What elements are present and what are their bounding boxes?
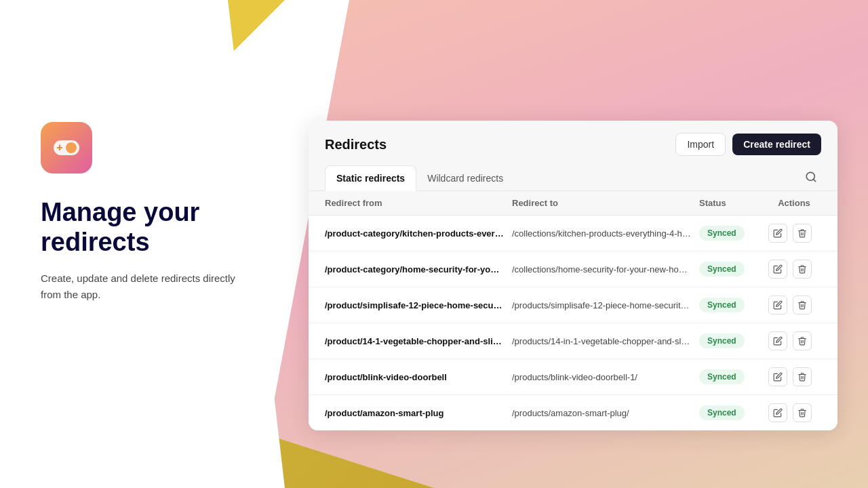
table-row: /product/amazon-smart-plug /products/ama… [309,395,837,430]
cell-from: /product-category/kitchen-products-every… [325,220,512,247]
delete-button[interactable] [793,296,812,314]
cell-from: /product/amazon-smart-plug [325,400,512,426]
import-button[interactable]: Import [675,133,726,156]
cell-actions [767,395,821,430]
tab-wildcard-redirects[interactable]: Wildcard redirects [416,166,514,190]
table-row: /product/simplisafe-12-piece-home-securi… [309,287,837,323]
left-panel: + Manage your redirects Create, update a… [0,0,285,488]
table-row: /product/blink-video-doorbell /products/… [309,359,837,395]
status-badge: Synced [699,405,745,420]
delete-button[interactable] [793,403,812,422]
status-badge: Synced [699,262,745,277]
cell-status: Synced [699,218,767,249]
cell-status: Synced [699,289,767,321]
app-icon: + [41,122,92,174]
cell-actions [767,287,821,323]
cell-to: /collections/home-security-for-your-new-… [512,256,699,283]
redirects-table: Redirect from Redirect to Status Actions… [309,191,837,430]
svg-line-1 [813,179,815,181]
cell-actions [767,216,821,251]
tab-static-redirects[interactable]: Static redirects [325,165,416,191]
cell-status: Synced [699,361,767,392]
create-redirect-button[interactable]: Create redirect [732,134,821,155]
table-row: /product/14-1-vegetable-chopper-and-slic… [309,323,837,359]
edit-button[interactable] [768,403,787,422]
th-from: Redirect from [325,198,512,208]
card-header: Redirects Import Create redirect [309,121,837,165]
cell-to: /products/simplisafe-12-piece-home-secur… [512,292,699,319]
delete-button[interactable] [793,224,812,243]
status-badge: Synced [699,226,745,241]
header-actions: Import Create redirect [675,133,821,156]
cell-status: Synced [699,325,767,357]
redirects-card: Redirects Import Create redirect Static … [309,121,837,430]
edit-button[interactable] [768,331,787,350]
table-row: /product-category/home-security-for-your… [309,251,837,287]
card-title: Redirects [325,137,387,152]
edit-button[interactable] [768,367,787,386]
status-badge: Synced [699,298,745,312]
search-icon[interactable] [801,167,821,190]
cell-to: /collections/kitchen-products-everything… [512,220,699,247]
edit-button[interactable] [768,224,787,243]
cell-actions [767,251,821,287]
th-actions: Actions [767,198,821,208]
edit-button[interactable] [768,260,787,279]
cell-from: /product/blink-video-doorbell [325,364,512,390]
table-row: /product-category/kitchen-products-every… [309,216,837,251]
cell-actions [767,323,821,359]
cell-to: /products/14-in-1-vegetable-chopper-and-… [512,328,699,354]
status-badge: Synced [699,333,745,348]
cell-from: /product/simplisafe-12-piece-home-securi… [325,292,512,319]
toggle-circle [66,142,77,153]
cell-status: Synced [699,397,767,428]
th-status: Status [699,198,767,208]
tabs-bar: Static redirects Wildcard redirects [309,165,837,191]
delete-button[interactable] [793,367,812,386]
cell-from: /product-category/home-security-for-your… [325,256,512,283]
th-to: Redirect to [512,198,699,208]
cell-from: /product/14-1-vegetable-chopper-and-slic… [325,328,512,354]
delete-button[interactable] [793,260,812,279]
hero-title: Manage your redirects [41,198,248,257]
cell-status: Synced [699,253,767,285]
status-badge: Synced [699,369,745,384]
delete-button[interactable] [793,331,812,350]
hero-description: Create, update and delete redirects dire… [41,270,248,303]
edit-button[interactable] [768,296,787,314]
table-header-row: Redirect from Redirect to Status Actions [309,191,837,216]
cell-actions [767,359,821,394]
cell-to: /products/blink-video-doorbell-1/ [512,364,699,390]
plus-icon: + [56,142,62,154]
app-icon-toggle: + [54,140,79,155]
cell-to: /products/amazon-smart-plug/ [512,400,699,426]
table-body: /product-category/kitchen-products-every… [309,216,837,430]
